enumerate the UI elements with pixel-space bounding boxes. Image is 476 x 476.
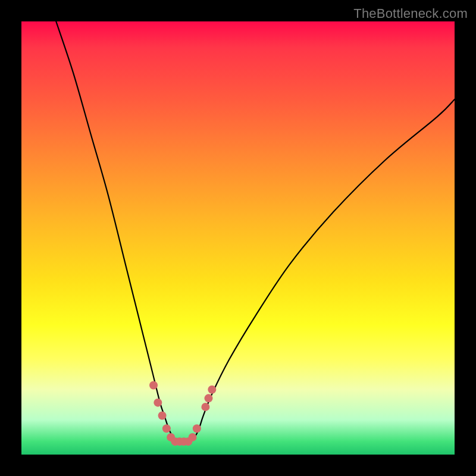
valley-marker <box>201 403 209 411</box>
bottleneck-curve <box>56 21 455 442</box>
plot-area <box>21 21 455 455</box>
valley-marker <box>162 424 171 433</box>
valley-marker <box>189 433 197 441</box>
valley-marker <box>180 437 188 446</box>
valley-marker <box>171 437 179 446</box>
chart-frame: TheBottleneck.com <box>0 0 476 476</box>
valley-marker <box>154 399 162 407</box>
curve-svg <box>21 21 455 455</box>
valley-marker <box>205 394 213 402</box>
valley-marker <box>193 424 201 433</box>
valley-marker <box>176 437 184 446</box>
valley-marker <box>208 386 216 394</box>
valley-marker <box>184 437 192 446</box>
valley-marker <box>149 381 158 390</box>
valley-marker <box>167 433 175 441</box>
watermark-text: TheBottleneck.com <box>353 6 468 21</box>
valley-markers <box>149 381 216 446</box>
valley-marker <box>158 411 167 419</box>
